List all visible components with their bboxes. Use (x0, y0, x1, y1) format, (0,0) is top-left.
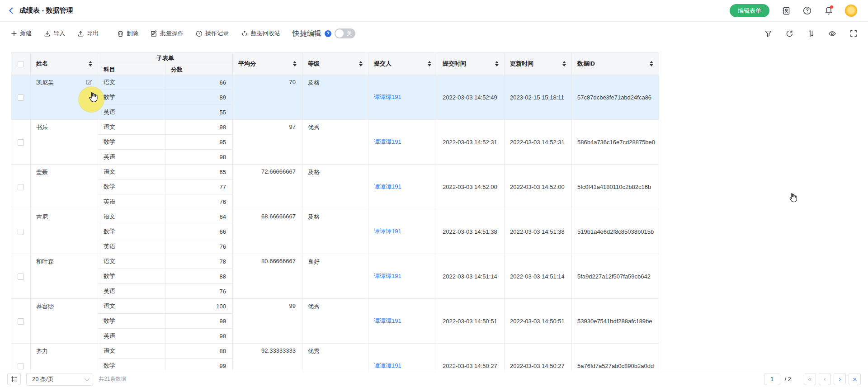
sort-icon[interactable] (428, 61, 431, 66)
visibility-eye-icon[interactable] (828, 30, 836, 38)
select-all-checkbox[interactable] (18, 61, 24, 67)
help-icon[interactable] (802, 6, 812, 15)
table-row[interactable]: 盖聂语文6572.66666667及格谭谭谭1912022-03-03 14:5… (11, 165, 659, 179)
new-button[interactable]: 新建 (11, 29, 32, 38)
student-name: 慕容熙 (36, 302, 54, 311)
sort-icon[interactable] (495, 61, 499, 66)
sort-icon[interactable] (89, 61, 92, 66)
student-name: 和叶森 (36, 258, 54, 266)
submitter-link[interactable]: 谭谭谭191 (374, 317, 401, 324)
submitter-cell: 谭谭谭191 (368, 254, 437, 299)
row-select-cell (11, 75, 31, 120)
submitter-cell: 谭谭谭191 (368, 165, 437, 209)
import-button[interactable]: 导入 (44, 29, 65, 38)
page-number-input[interactable] (764, 373, 780, 385)
table-row[interactable]: 和叶森语文7880.66666667良好谭谭谭1912022-03-03 14:… (11, 254, 659, 269)
fullscreen-icon[interactable] (850, 30, 857, 37)
row-height-button[interactable] (7, 373, 21, 385)
row-checkbox[interactable] (18, 274, 24, 280)
subject-cell: 语文 (98, 299, 165, 314)
next-page-button[interactable]: › (834, 373, 846, 385)
col-header-submit-time: 提交时间 (437, 53, 505, 75)
table-row[interactable]: 凯尼吴语文6670及格谭谭谭1912022-03-03 14:52:492023… (11, 75, 659, 90)
score-cell: 99 (165, 359, 233, 371)
col-header-grade: 等级 (302, 53, 368, 75)
row-checkbox[interactable] (18, 94, 24, 101)
row-checkbox[interactable] (18, 318, 24, 325)
first-page-button[interactable]: « (804, 373, 816, 385)
row-checkbox[interactable] (18, 139, 24, 146)
table-row[interactable]: 慕容熙语文10099优秀谭谭谭1912022-03-03 14:50:51202… (11, 299, 659, 314)
prev-page-button[interactable]: ‹ (819, 373, 831, 385)
score-cell: 76 (165, 239, 233, 254)
submit-time-cell: 2022-03-03 14:52:00 (437, 165, 505, 209)
grade-cell: 及格 (302, 165, 368, 209)
sort-icon[interactable] (650, 61, 653, 66)
quick-edit-help-icon[interactable]: ? (325, 30, 331, 37)
plus-icon (11, 30, 17, 37)
subject-cell: 英语 (98, 329, 165, 344)
row-checkbox[interactable] (18, 363, 24, 369)
grade-cell: 及格 (302, 209, 368, 254)
subject-cell: 数学 (98, 359, 165, 371)
page-size-select[interactable]: 20 条/页 (26, 373, 93, 386)
import-icon (44, 30, 51, 37)
subject-cell: 数学 (98, 314, 165, 329)
name-cell[interactable]: 齐力 (31, 344, 98, 371)
data-id-cell: 53930e7541bdf288afc189be (572, 299, 659, 344)
sort-icon[interactable] (293, 61, 297, 66)
name-cell[interactable]: 和叶森 (31, 254, 98, 299)
subject-cell: 数学 (98, 90, 165, 105)
average-cell: 80.66666667 (233, 254, 302, 299)
data-id-cell: 586b4a736c16e7cd28875be0 (572, 120, 659, 165)
batch-operation-button[interactable]: 批量操作 (151, 29, 184, 38)
page-total-label: / 2 (785, 376, 791, 382)
submitter-link[interactable]: 谭谭谭191 (374, 183, 401, 190)
row-checkbox[interactable] (18, 229, 24, 235)
notifications-bell-icon[interactable] (824, 6, 833, 15)
last-page-button[interactable]: » (849, 373, 861, 385)
row-checkbox[interactable] (18, 184, 24, 190)
filter-icon[interactable] (764, 30, 772, 38)
sort-order-icon[interactable] (807, 30, 815, 38)
submitter-cell: 谭谭谭191 (368, 344, 437, 371)
edit-form-button[interactable]: 编辑表单 (730, 4, 769, 17)
col-header-data-id: 数据ID (572, 53, 659, 75)
submitter-link[interactable]: 谭谭谭191 (374, 138, 401, 145)
student-name: 凯尼吴 (36, 79, 54, 87)
export-button[interactable]: 导出 (77, 29, 99, 38)
score-cell: 98 (165, 329, 233, 344)
batch-edit-icon (151, 30, 157, 37)
submitter-link[interactable]: 谭谭谭191 (374, 228, 401, 235)
score-cell: 98 (165, 120, 233, 135)
data-management-page: 成绩表 - 数据管理 编辑表单 (0, 0, 868, 387)
row-height-icon (11, 376, 18, 382)
recycle-bin-button[interactable]: 数据回收站 (241, 29, 280, 38)
avatar[interactable] (845, 5, 857, 17)
submitter-link[interactable]: 谭谭谭191 (374, 94, 401, 100)
submitter-link[interactable]: 谭谭谭191 (374, 362, 401, 369)
select-all-cell (11, 53, 31, 75)
sort-icon[interactable] (359, 61, 363, 66)
delete-button[interactable]: 删除 (117, 29, 138, 38)
table-row[interactable]: 齐力语文8892.33333333优秀谭谭谭1912022-03-03 14:5… (11, 344, 659, 359)
name-cell[interactable]: 书乐 (31, 120, 98, 165)
name-cell[interactable]: 吉尼 (31, 209, 98, 254)
sort-icon[interactable] (562, 61, 566, 66)
average-cell: 70 (233, 75, 302, 120)
submitter-link[interactable]: 谭谭谭191 (374, 273, 401, 279)
table-row[interactable]: 书乐语文9897优秀谭谭谭1912022-03-03 14:52:312022-… (11, 120, 659, 135)
table-row[interactable]: 吉尼语文6468.66666667及格谭谭谭1912022-03-03 14:5… (11, 209, 659, 224)
name-cell[interactable]: 盖聂 (31, 165, 98, 209)
col-header-score: 分数 (165, 64, 233, 75)
score-cell: 89 (165, 90, 233, 105)
chevron-down-icon (85, 376, 90, 381)
refresh-icon[interactable] (786, 30, 793, 38)
name-cell[interactable]: 慕容熙 (31, 299, 98, 344)
back-button[interactable] (7, 7, 15, 14)
contacts-icon[interactable] (781, 6, 791, 15)
operation-log-button[interactable]: 操作记录 (196, 29, 229, 38)
edit-pencil-icon[interactable] (86, 79, 92, 85)
quick-edit-toggle[interactable]: 关 (335, 28, 355, 38)
chevron-left-icon (7, 7, 15, 14)
